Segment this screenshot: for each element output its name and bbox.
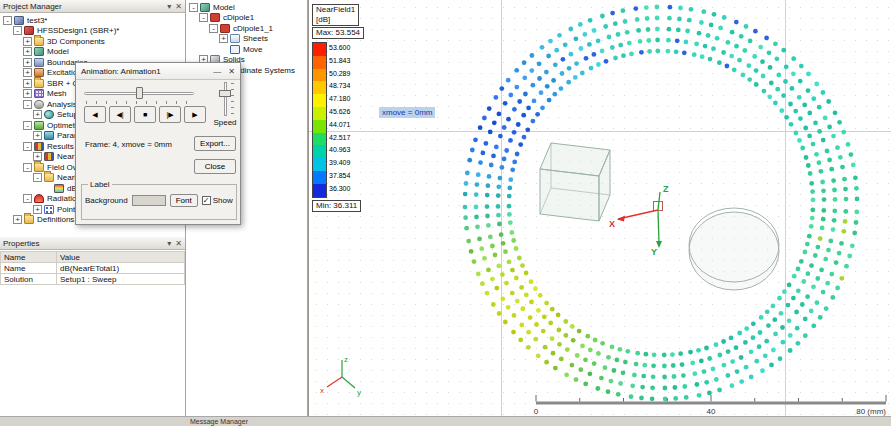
properties-panel: Properties ▾ ✕ NameValue NamedB(NearETot…	[0, 237, 186, 416]
expand-icon[interactable]: +	[23, 47, 32, 56]
background-label: Background	[85, 196, 128, 205]
xmove-annotation: xmove = 0mm	[379, 107, 435, 118]
scale-value: 42.517	[329, 132, 350, 145]
color-scale: 53.60051.84350.28948.73447.18045.62644.0…	[312, 42, 364, 198]
tree-item-cdipole1[interactable]: -cDipole1	[186, 13, 307, 24]
collapse-icon[interactable]: -	[13, 26, 22, 35]
properties-column-header: Value	[57, 252, 185, 263]
tree-item-hfssdesign1-sbr[interactable]: -HFSSDesign1 (SBR+)*	[0, 26, 185, 37]
tree-item-cdipole1-1[interactable]: -cDipole1_1	[186, 23, 307, 34]
export-button[interactable]: Export...	[194, 136, 236, 151]
tree-item-3d-components[interactable]: +3D Components	[0, 36, 185, 47]
expand-icon[interactable]: +	[13, 215, 22, 224]
ruler-label-40: 40	[707, 407, 716, 416]
cylinder-3d[interactable]	[689, 208, 779, 290]
tree-item-label: cDipole1	[223, 13, 254, 22]
tree-item-sheets[interactable]: +Sheets	[186, 34, 307, 45]
background-color-button[interactable]	[132, 195, 166, 206]
property-row[interactable]: NamedB(NearETotal1)	[1, 263, 185, 274]
chevron-down-icon[interactable]: ▾	[167, 1, 171, 12]
expand-icon[interactable]: +	[23, 68, 32, 77]
component-icon	[210, 13, 220, 22]
mesh-icon	[34, 89, 44, 98]
collapse-icon[interactable]: -	[3, 16, 12, 25]
optimetrics-icon	[34, 121, 44, 130]
close-button[interactable]: Close	[194, 159, 236, 174]
speed-slider-thumb[interactable]	[219, 90, 231, 97]
tree-item-label: Model	[213, 3, 235, 12]
property-cell: dB(NearETotal1)	[57, 263, 185, 274]
step-forward-button[interactable]: |▶	[159, 106, 181, 123]
collapse-icon[interactable]: -	[209, 24, 218, 33]
scale-band	[313, 158, 326, 171]
show-checkbox[interactable]: ✓ Show	[202, 196, 233, 205]
play-button[interactable]: ▶	[184, 106, 206, 123]
x-axis-label: X	[609, 219, 615, 229]
tree-item-move[interactable]: Move	[186, 44, 307, 55]
scale-band	[313, 81, 326, 94]
close-icon[interactable]: ✕	[228, 67, 235, 76]
tree-item-label: Model	[47, 47, 69, 56]
speed-slider[interactable]	[218, 82, 234, 116]
stop-button[interactable]: ■	[134, 106, 156, 123]
font-button[interactable]: Font	[170, 194, 198, 207]
collapse-icon[interactable]: -	[189, 3, 198, 12]
tree-item-label: Move	[243, 45, 263, 54]
label-group: Label Background Font ✓ Show	[81, 180, 237, 220]
step-back-button[interactable]: ◀|	[109, 106, 131, 123]
scale-band	[313, 184, 326, 197]
properties-table: NameValue NamedB(NearETotal1)SolutionSet…	[0, 251, 185, 285]
chevron-down-icon[interactable]: ▾	[167, 238, 171, 249]
collapse-icon[interactable]: -	[33, 173, 42, 182]
collapse-icon[interactable]: -	[23, 163, 32, 172]
collapse-icon[interactable]: -	[23, 100, 32, 109]
ruler: 0 40 80 (mm)	[534, 395, 887, 416]
play-reverse-button[interactable]: ◀	[84, 106, 106, 123]
frame-slider[interactable]	[84, 86, 194, 104]
scale-band	[313, 94, 326, 107]
frame-slider-thumb[interactable]	[136, 87, 143, 99]
setup-icon	[44, 110, 54, 119]
close-icon[interactable]: ✕	[175, 1, 182, 12]
expand-icon[interactable]: +	[23, 37, 32, 46]
panel-title: Project Manager	[3, 2, 62, 11]
scale-value: 45.626	[329, 106, 350, 119]
frame-label: Frame: 4, xmove = 0mm	[85, 140, 172, 149]
collapse-icon[interactable]: -	[199, 13, 208, 22]
component2-icon	[220, 24, 230, 33]
collapse-icon[interactable]: -	[23, 142, 32, 151]
minimize-icon[interactable]: —	[213, 67, 221, 76]
expand-icon[interactable]: +	[23, 89, 32, 98]
scale-value: 39.409	[329, 157, 350, 170]
close-icon[interactable]: ✕	[175, 238, 182, 249]
speed-slider-track	[224, 82, 227, 116]
tree-item-model[interactable]: +Model	[0, 47, 185, 58]
expand-icon[interactable]: +	[33, 205, 42, 214]
tree-item-model[interactable]: -Model	[186, 2, 307, 13]
collapse-icon[interactable]: -	[23, 121, 32, 130]
scale-value: 51.843	[329, 55, 350, 68]
expand-icon[interactable]: +	[23, 58, 32, 67]
scale-band	[313, 120, 326, 133]
axes-triad: z x y	[320, 355, 361, 397]
scale-band	[313, 107, 326, 120]
collapse-icon[interactable]: -	[23, 194, 32, 203]
application-window: Project Manager ▾ ✕ -test3*-HFSSDesign1 …	[0, 0, 891, 426]
viewport-3d[interactable]: X Y Z z x y 0 40 80 (mm)	[308, 0, 891, 416]
expand-icon[interactable]: +	[219, 34, 228, 43]
dialog-title: Animation: Animation1	[81, 67, 206, 76]
expand-icon[interactable]: +	[23, 79, 32, 88]
property-row[interactable]: SolutionSetup1 : Sweep	[1, 274, 185, 285]
box-3d[interactable]	[540, 143, 610, 221]
expand-icon[interactable]: +	[33, 110, 42, 119]
frame-slider-ticks	[86, 101, 192, 104]
scale-band	[313, 56, 326, 69]
expand-icon[interactable]: +	[33, 131, 42, 140]
tree-item-test3[interactable]: -test3*	[0, 15, 185, 26]
near-field-ring	[463, 5, 860, 402]
scale-band	[313, 43, 326, 56]
dialog-titlebar[interactable]: Animation: Animation1 — ✕	[76, 63, 240, 80]
properties-column-header: Name	[1, 252, 57, 263]
project-manager-header: Project Manager ▾ ✕	[0, 0, 185, 13]
boundaries-icon	[34, 58, 44, 67]
